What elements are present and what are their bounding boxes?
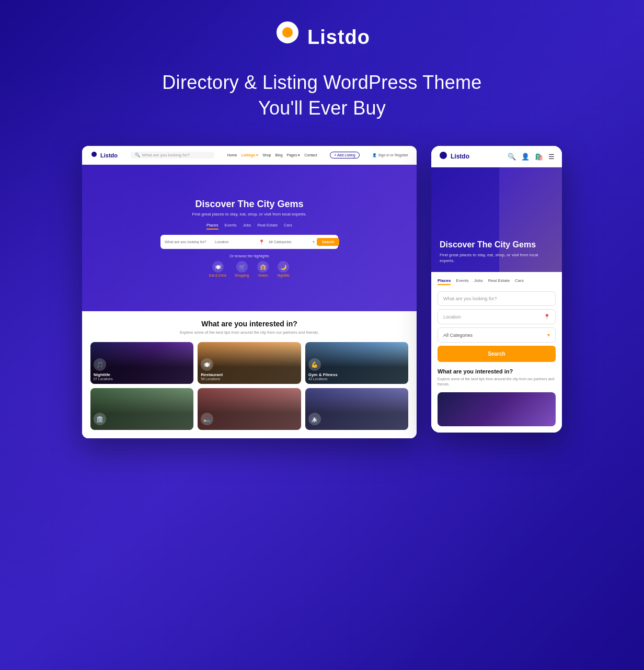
card-restaurant[interactable]: 🍽️ Restaurant 58 Locations (198, 342, 301, 384)
mobile-logo: Listdo (439, 151, 469, 162)
search-icon-mobile[interactable]: 🔍 (508, 153, 516, 161)
location-icon: 📍 (259, 240, 264, 245)
eat-drink-icon: 🍽️ (212, 261, 224, 272)
mobile-hero: Discover The City Gems Find great places… (431, 167, 562, 272)
mobile-search-button[interactable]: Search (438, 346, 556, 362)
mobile-tab-real-estate[interactable]: Real Estate (488, 278, 510, 285)
highlight-label-hotels: Hotels (258, 274, 268, 277)
tab-real-estate[interactable]: Real Estate (257, 223, 278, 230)
tab-cars[interactable]: Cars (284, 223, 292, 230)
mobile-search-input[interactable]: What are you looking for? (438, 291, 556, 306)
nav-shop[interactable]: Shop (262, 153, 271, 157)
highlight-label-eat: Eat & Drink (209, 274, 226, 277)
nav-pages[interactable]: Pages ▾ (287, 153, 301, 157)
hero-subtitle: Find great places to stay, eat, shop, or… (160, 212, 338, 217)
card-icon-2a: 🏛️ (94, 413, 106, 425)
card-count-nightlife: 07 Locations (94, 377, 113, 381)
mobile-tab-cars[interactable]: Cars (515, 278, 524, 285)
tagline-line1: Directory & Listing WordPress Theme (162, 70, 481, 96)
mobile-location-placeholder: Location (443, 314, 461, 320)
mobile-logo-text: Listdo (451, 153, 469, 160)
card-name-restaurant: Restaurant (201, 372, 223, 377)
brand-name: Listdo (307, 26, 370, 49)
section-sub-desktop: Explore some of the best tips from aroun… (90, 330, 408, 335)
menu-icon-mobile[interactable]: ☰ (548, 153, 555, 161)
card-bg-2a: 🏛️ (90, 388, 193, 430)
tagline: Directory & Listing WordPress Theme You'… (162, 70, 481, 121)
logo-area: Listdo (274, 21, 370, 53)
nav-home[interactable]: Home (227, 153, 237, 157)
card-row2b[interactable]: 🛏️ (198, 388, 301, 430)
card-row2a[interactable]: 🏛️ (90, 388, 193, 430)
nightlife-icon: 🌙 (278, 261, 289, 272)
desktop-nav: Home Listings ▾ Shop Blog Pages ▾ Contac… (227, 153, 317, 157)
highlight-hotels[interactable]: 🏨 Hotels (257, 261, 269, 277)
card-bg-2b: 🛏️ (198, 388, 301, 430)
mobile-location-input[interactable]: Location 📍 (438, 309, 556, 324)
cards-grid: 🎵 Nightlife 07 Locations 🍽️ Restaurant (90, 342, 408, 430)
card-bg-gym: 💪 Gym & Fitness 43 Locations (305, 342, 408, 384)
mobile-hero-title: Discover The City Gems (440, 240, 554, 249)
card-name-nightlife: Nightlife (94, 372, 113, 377)
card-bg-nightlife: 🎵 Nightlife 07 Locations (90, 342, 193, 384)
hero-title: Discover The City Gems (160, 199, 338, 210)
dropdown-icon: ▾ (313, 240, 315, 244)
mobile-hero-subtitle: Find great places to stay, eat, shop, or… (440, 252, 554, 264)
nav-contact[interactable]: Contact (304, 153, 317, 157)
desktop-hero: Discover The City Gems Find great places… (82, 165, 417, 311)
desktop-search-bar[interactable]: 🔍 What are you looking for? (131, 152, 214, 158)
section-title-desktop: What are you interested in? (90, 320, 408, 328)
search-button-desktop[interactable]: Search (317, 238, 339, 246)
desktop-header: Listdo 🔍 What are you looking for? Home … (82, 146, 417, 165)
search-input-desktop[interactable] (165, 240, 211, 244)
nav-listings[interactable]: Listings ▾ (241, 153, 258, 157)
mobile-category-value: All Categories (443, 333, 473, 338)
mobile-interest-subtitle: Explore some of the best tips from aroun… (438, 377, 556, 387)
gym-card-icon: 💪 (308, 358, 321, 371)
add-listing-button[interactable]: + Add Listing (330, 152, 359, 158)
sign-in-link[interactable]: 👤 Sign in or Register (372, 153, 408, 157)
mobile-interest-title: What are you interested in? (438, 368, 556, 374)
card-info-gym: 💪 Gym & Fitness 43 Locations (308, 358, 338, 381)
mobile-search-placeholder: What are you looking for? (443, 296, 497, 301)
desktop-body: What are you interested in? Explore some… (82, 311, 417, 438)
tab-events[interactable]: Events (225, 223, 237, 230)
highlight-shopping[interactable]: 🛒 Shopping (235, 261, 249, 277)
logo-pin-icon (274, 21, 301, 53)
location-input-desktop[interactable] (215, 240, 257, 244)
restaurant-card-icon: 🍽️ (201, 358, 213, 371)
desktop-logo: Listdo (90, 151, 118, 160)
mobile-tab-events[interactable]: Events (456, 278, 468, 285)
card-row2c[interactable]: 🏔️ (305, 388, 408, 430)
highlight-icons: 🍽️ Eat & Drink 🛒 Shopping 🏨 Hotels (160, 261, 338, 277)
search-icon: 🔍 (135, 153, 140, 157)
highlight-nightlife[interactable]: 🌙 Nightlife (277, 261, 289, 277)
desktop-mockup: Listdo 🔍 What are you looking for? Home … (82, 146, 417, 438)
mobile-body: Places Events Jobs Real Estate Cars What… (431, 272, 562, 433)
category-select-desktop[interactable] (269, 240, 310, 244)
mobile-card-preview[interactable] (438, 392, 556, 426)
highlight-eat-drink[interactable]: 🍽️ Eat & Drink (209, 261, 226, 277)
tab-jobs[interactable]: Jobs (243, 223, 251, 230)
card-gym[interactable]: 💪 Gym & Fitness 43 Locations (305, 342, 408, 384)
card-nightlife[interactable]: 🎵 Nightlife 07 Locations (90, 342, 193, 384)
tagline-line2: You'll Ever Buy (162, 96, 481, 121)
mobile-category-select[interactable]: All Categories ▾ (438, 327, 556, 343)
highlight-label-shopping: Shopping (235, 274, 249, 277)
user-icon-mobile[interactable]: 👤 (521, 153, 530, 161)
browse-highlights-label: Or browse the highlights (160, 254, 338, 258)
card-icon-2b: 🛏️ (201, 413, 213, 425)
desktop-logo-text: Listdo (100, 152, 118, 158)
nav-blog[interactable]: Blog (275, 153, 283, 157)
mobile-tab-places[interactable]: Places (438, 278, 451, 285)
mobile-tab-jobs[interactable]: Jobs (474, 278, 483, 285)
tab-places[interactable]: Places (206, 223, 218, 230)
shopping-icon: 🛒 (236, 261, 248, 272)
location-pin-icon: 📍 (544, 314, 550, 320)
page-content: Listdo Directory & Listing WordPress The… (0, 0, 644, 470)
card-info-nightlife: 🎵 Nightlife 07 Locations (94, 358, 113, 381)
hero-tabs: Places Events Jobs Real Estate Cars (160, 223, 338, 230)
card-bg-restaurant: 🍽️ Restaurant 58 Locations (198, 342, 301, 384)
cart-icon-mobile[interactable]: 🛍️ (535, 153, 543, 161)
mobile-header: Listdo 🔍 👤 🛍️ ☰ (431, 146, 562, 167)
